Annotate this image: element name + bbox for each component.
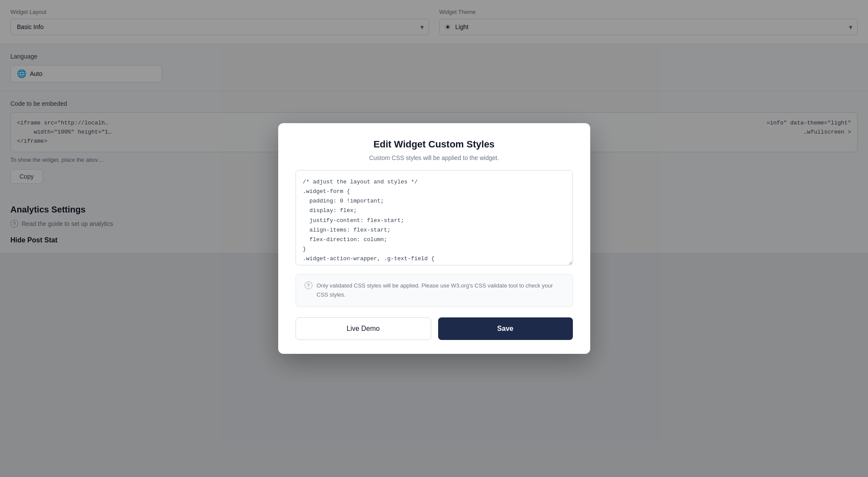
edit-custom-styles-modal: Edit Widget Custom Styles Custom CSS sty… bbox=[278, 123, 590, 354]
modal-subtitle: Custom CSS styles will be applied to the… bbox=[296, 154, 573, 161]
live-demo-button[interactable]: Live Demo bbox=[296, 317, 431, 340]
info-circle-icon: ? bbox=[305, 281, 312, 289]
save-button[interactable]: Save bbox=[438, 317, 573, 340]
modal-actions: Live Demo Save bbox=[296, 317, 573, 340]
modal-overlay[interactable]: Edit Widget Custom Styles Custom CSS sty… bbox=[0, 0, 868, 477]
css-info-box: ? Only validated CSS styles will be appl… bbox=[296, 274, 573, 307]
css-info-text: Only validated CSS styles will be applie… bbox=[317, 281, 564, 300]
css-editor-textarea[interactable]: /* adjust the layout and styles */ .widg… bbox=[296, 170, 573, 265]
modal-title: Edit Widget Custom Styles bbox=[296, 139, 573, 150]
